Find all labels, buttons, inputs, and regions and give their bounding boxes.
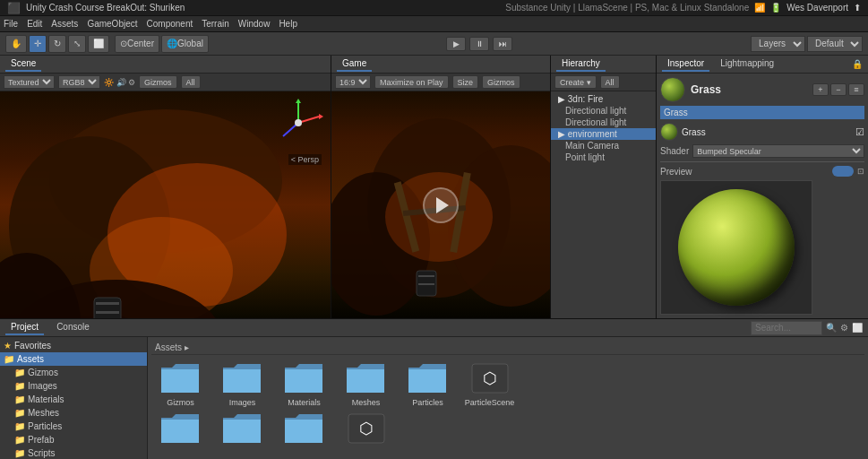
asset-particles[interactable]: Particles	[399, 360, 457, 407]
tree-favorites[interactable]: ★ Favorites	[0, 339, 147, 352]
scene-view: < Persp	[0, 91, 331, 318]
tree-meshes[interactable]: 📁 Meshes	[0, 406, 147, 420]
asset-unity-icon[interactable]: ⬡	[337, 411, 395, 448]
size-button[interactable]: Size	[452, 75, 479, 89]
hierarchy-all-button[interactable]: All	[600, 75, 620, 89]
project-settings-icon[interactable]: ⚙	[840, 323, 848, 333]
rect-tool[interactable]: ⬜	[88, 35, 109, 53]
scale-tool[interactable]: ⤡	[68, 35, 86, 53]
rotate-tool[interactable]: ↻	[48, 35, 66, 53]
layout-dropdown[interactable]: Default	[807, 36, 863, 52]
hier-item-point[interactable]: Point light	[551, 152, 656, 163]
inspector-add-btn[interactable]: +	[812, 83, 829, 96]
preview-toggle[interactable]	[832, 166, 854, 177]
project-expand-icon[interactable]: ⬜	[852, 323, 863, 333]
gizmos-button[interactable]: Gizmos	[139, 75, 177, 89]
tree-gizmos[interactable]: 📁 Gizmos	[0, 366, 147, 379]
unity-icon-svg: ⬡	[345, 411, 388, 446]
grass-name-text: Grass	[664, 108, 688, 117]
app-toolbar: ✋ ✛ ↻ ⤡ ⬜ ⊙ Center 🌐 Global ▶ ⏸ ⏭ Layers	[0, 32, 868, 56]
pause-button[interactable]: ⏸	[469, 37, 489, 51]
folder-materials-icon: 📁	[14, 394, 25, 404]
menu-gameobject[interactable]: GameObject	[87, 19, 137, 29]
assets-path: Assets ▸	[151, 341, 864, 355]
hier-item-environment[interactable]: ▶ environment	[551, 128, 656, 140]
gizmo-svg	[274, 99, 323, 148]
shader-select[interactable]: Bumped Specular	[692, 144, 864, 158]
hierarchy-header: Hierarchy	[551, 56, 656, 74]
search-icon[interactable]: 🔍	[826, 323, 837, 333]
inspector-tab[interactable]: Inspector	[662, 56, 709, 72]
play-overlay-button[interactable]	[423, 187, 459, 223]
global-button[interactable]: 🌐 Global	[161, 35, 209, 53]
hand-tool[interactable]: ✋	[5, 35, 27, 53]
preview-header: Preview ⊡	[660, 166, 864, 177]
scripts-label: Scripts	[28, 448, 56, 458]
project-search-input[interactable]	[751, 321, 822, 335]
asset-images[interactable]: Images	[213, 360, 271, 407]
folder-gizmos-svg	[159, 360, 202, 396]
material-row: Grass ☑	[660, 123, 864, 141]
play-button[interactable]: ▶	[446, 37, 466, 51]
asset-row2-1[interactable]	[151, 411, 210, 448]
render-mode-select[interactable]: Textured	[4, 75, 55, 89]
asset-meshes[interactable]: Meshes	[337, 360, 395, 407]
tree-assets-root[interactable]: 📁 Assets	[0, 352, 147, 366]
move-tool[interactable]: ✛	[29, 35, 47, 53]
layers-dropdown[interactable]: Layers	[751, 36, 805, 52]
asset-row2-2[interactable]	[213, 411, 271, 448]
tree-particles[interactable]: 📁 Particles	[0, 420, 147, 433]
game-gizmos-button[interactable]: Gizmos	[482, 75, 520, 89]
folder-gizmos-icon: 📁	[14, 368, 25, 377]
project-tab[interactable]: Project	[5, 320, 44, 335]
rgb-select[interactable]: RGB8	[58, 75, 100, 89]
svg-rect-7	[96, 302, 119, 305]
play-triangle-icon	[436, 197, 449, 213]
hierarchy-tab[interactable]: Hierarchy	[556, 56, 606, 72]
asset-particlescene[interactable]: ⬡ ParticleScene	[460, 360, 519, 407]
aspect-select[interactable]: 16:9	[335, 75, 371, 89]
scene-tab[interactable]: Scene	[5, 56, 41, 72]
tree-images[interactable]: 📁 Images	[0, 379, 147, 393]
center-button[interactable]: ⊙ Center	[115, 35, 159, 53]
hierarchy-toolbar: Create ▾ All	[551, 74, 656, 91]
menu-help[interactable]: Help	[279, 19, 297, 29]
tree-scripts[interactable]: 📁 Scripts	[0, 446, 147, 459]
console-tab[interactable]: Console	[51, 320, 95, 335]
gizmos-label: Gizmos	[28, 368, 58, 377]
scene-header: Scene	[0, 56, 331, 74]
folder-scripts-icon: 📁	[14, 448, 25, 458]
maximize-play-button[interactable]: Maximize on Play	[374, 75, 449, 89]
inspector-minus-btn[interactable]: −	[830, 83, 847, 96]
hierarchy-panel: Hierarchy Create ▾ All ▶ 3dn: Fire Direc…	[551, 56, 657, 318]
play-controls: ▶ ⏸ ⏭	[446, 37, 512, 51]
tree-prefab[interactable]: 📁 Prefab	[0, 433, 147, 446]
share-icon[interactable]: ⬆	[854, 3, 861, 13]
material-checkbox[interactable]: ☑	[855, 126, 864, 138]
hierarchy-create-button[interactable]: Create ▾	[554, 75, 597, 89]
inspector-lock[interactable]: 🔒	[852, 59, 863, 69]
menu-edit[interactable]: Edit	[27, 19, 42, 29]
menu-file[interactable]: File	[4, 19, 18, 29]
folder-particles-svg	[407, 360, 450, 396]
asset-gizmos[interactable]: Gizmos	[151, 360, 210, 407]
menu-window[interactable]: Window	[238, 19, 271, 29]
menu-assets[interactable]: Assets	[51, 19, 78, 29]
hier-item-dir1[interactable]: Directional light	[551, 105, 656, 117]
project-search-area: 🔍 ⚙ ⬜	[751, 321, 863, 335]
game-tab[interactable]: Game	[337, 56, 372, 72]
scene-all-button[interactable]: All	[181, 75, 201, 89]
asset-materials[interactable]: Materials	[275, 360, 333, 407]
preview-expand[interactable]: ⊡	[857, 167, 864, 176]
lightmapping-tab[interactable]: Lightmapping	[715, 56, 779, 72]
step-button[interactable]: ⏭	[493, 37, 512, 51]
menu-component[interactable]: Component	[147, 19, 193, 29]
menu-terrain[interactable]: Terrain	[202, 19, 229, 29]
inspector-menu-btn[interactable]: ≡	[848, 83, 864, 96]
hier-item-dir2[interactable]: Directional light	[551, 117, 656, 128]
hier-label-dir2: Directional light	[565, 117, 626, 127]
asset-row2-3[interactable]	[275, 411, 333, 448]
hier-item-fire[interactable]: ▶ 3dn: Fire	[551, 93, 656, 105]
tree-materials[interactable]: 📁 Materials	[0, 393, 147, 406]
hier-item-camera[interactable]: Main Camera	[551, 140, 656, 152]
